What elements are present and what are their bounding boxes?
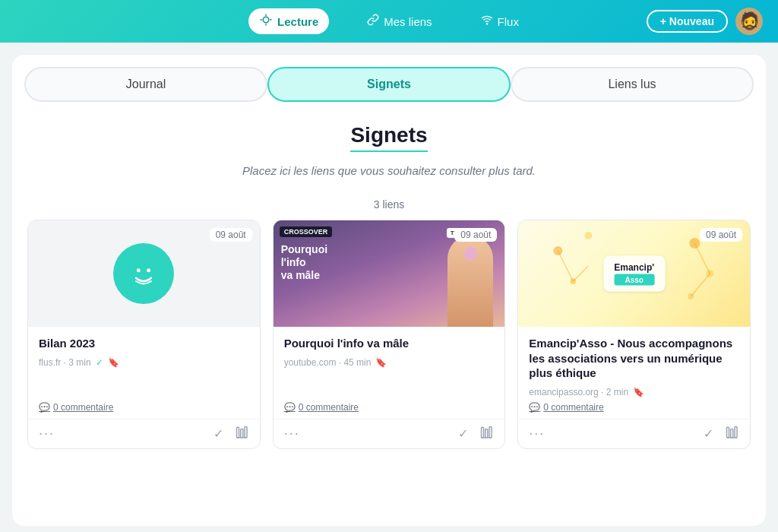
card-2-overlay-text: Pourquoil'infova mâle xyxy=(281,243,327,281)
tabs-row: Journal Signets Liens lus xyxy=(12,55,766,102)
card-3-footer: ··· ✓ xyxy=(518,419,750,448)
svg-point-4 xyxy=(147,268,150,272)
card-bilan-2023: 09 août Bilan 2023 flus.fr · 3 min ✓ 🔖 💬… xyxy=(27,220,261,449)
card-emancip-asso: Emancip' Asso 09 août Emancip'Asso - Nou… xyxy=(517,220,751,449)
card-2-footer-check-icon[interactable]: ✓ xyxy=(458,426,468,441)
tab-journal[interactable]: Journal xyxy=(24,67,267,102)
card-1-bookmark-icon[interactable]: 🔖 xyxy=(108,357,119,368)
nouveau-button[interactable]: + Nouveau xyxy=(647,10,728,33)
svg-point-3 xyxy=(137,268,141,272)
nav-item-lecture-label: Lecture xyxy=(277,15,318,28)
card-2-tag: crossover xyxy=(280,226,333,237)
smiley-logo xyxy=(113,243,174,304)
svg-point-1 xyxy=(486,24,487,24)
nouveau-label: + Nouveau xyxy=(660,15,714,27)
svg-point-2 xyxy=(125,255,162,292)
nav-item-flux-label: Flux xyxy=(498,15,519,28)
card-1-meta: flus.fr · 3 min ✓ 🔖 xyxy=(39,357,249,368)
cards-grid: 09 août Bilan 2023 flus.fr · 3 min ✓ 🔖 💬… xyxy=(12,220,766,449)
card-2-meta: youtube.com · 45 min 🔖 xyxy=(284,357,495,368)
card-3-bookmark-icon[interactable]: 🔖 xyxy=(633,387,644,397)
nav-item-flux[interactable]: Flux xyxy=(470,9,530,33)
nav-items-group: Lecture Mes liens Flux xyxy=(248,8,530,34)
nav-item-lecture[interactable]: Lecture xyxy=(248,8,329,34)
comment-bubble-icon-3: 💬 xyxy=(529,402,540,413)
svg-rect-24 xyxy=(731,429,733,437)
card-2-comment[interactable]: 💬 0 commentaire xyxy=(284,402,495,413)
card-2-footer: ··· ✓ xyxy=(274,419,505,448)
card-2-more-options[interactable]: ··· xyxy=(284,426,300,442)
card-1-check-icon[interactable]: ✓ xyxy=(96,357,103,368)
card-3-more-options[interactable]: ··· xyxy=(529,426,545,442)
card-2-date: 09 août xyxy=(454,228,497,242)
svg-line-19 xyxy=(558,251,574,281)
card-1-footer: ··· ✓ xyxy=(28,419,260,448)
card-3-date: 09 août xyxy=(700,228,742,242)
card-1-source: flus.fr · 3 min xyxy=(39,357,91,368)
card-1-footer-actions: ✓ xyxy=(213,426,249,442)
card-1-date: 09 août xyxy=(210,228,252,242)
lecture-icon xyxy=(259,13,273,30)
card-2-source: youtube.com · 45 min xyxy=(284,357,372,368)
svg-rect-7 xyxy=(245,426,247,437)
flux-icon xyxy=(481,14,493,29)
nav-right-section: + Nouveau 🧔 xyxy=(647,8,763,35)
card-1-title[interactable]: Bilan 2023 xyxy=(39,336,249,351)
card-3-footer-actions: ✓ xyxy=(704,426,739,442)
card-1-footer-check-icon[interactable]: ✓ xyxy=(213,426,223,441)
face-detail xyxy=(463,247,477,261)
card-2-footer-shelf-icon[interactable] xyxy=(480,426,494,442)
nav-item-mes-liens-label: Mes liens xyxy=(384,15,432,28)
card-3-meta: emancipasso.org · 2 min 🔖 xyxy=(529,387,739,397)
link-icon xyxy=(367,14,379,29)
card-3-footer-check-icon[interactable]: ✓ xyxy=(704,426,713,441)
nav-item-mes-liens[interactable]: Mes liens xyxy=(356,9,442,33)
card-3-source: emancipasso.org · 2 min xyxy=(529,387,628,397)
svg-line-20 xyxy=(574,266,589,281)
asso-tag: Asso xyxy=(614,274,654,286)
card-3-comment[interactable]: 💬 0 commentaire xyxy=(529,402,739,413)
card-2-body: Pourquoi l'info va mâle youtube.com · 45… xyxy=(274,327,505,419)
svg-rect-9 xyxy=(482,427,484,438)
svg-line-21 xyxy=(695,243,710,274)
svg-rect-5 xyxy=(236,427,239,438)
page-title: Signets xyxy=(350,123,427,152)
card-2-title[interactable]: Pourquoi l'info va mâle xyxy=(284,336,495,351)
svg-rect-11 xyxy=(489,426,492,437)
card-2-bookmark-icon[interactable]: 🔖 xyxy=(375,357,387,368)
card-1-body: Bilan 2023 flus.fr · 3 min ✓ 🔖 💬 0 comme… xyxy=(28,327,260,419)
card-2-face xyxy=(448,236,493,327)
card-1-footer-shelf-icon[interactable] xyxy=(236,426,249,442)
top-navigation: Lecture Mes liens Flux + Nouveau 🧔 xyxy=(0,0,778,43)
svg-point-15 xyxy=(585,232,593,239)
emancip-logo-box: Emancip' Asso xyxy=(603,256,665,292)
card-1-image-area: 09 août xyxy=(28,220,260,327)
card-3-body: Emancip'Asso - Nous accompagnons les ass… xyxy=(518,327,750,419)
card-pourquoi-info: crossover Pourquoil'infova mâle THÈSE 09… xyxy=(273,220,506,449)
emancip-brand: Emancip' xyxy=(614,262,654,273)
links-count: 3 liens xyxy=(12,198,766,211)
svg-rect-6 xyxy=(240,429,242,437)
svg-point-0 xyxy=(263,17,269,23)
comment-bubble-icon: 💬 xyxy=(39,402,50,413)
page-title-section: Signets Placez ici les liens que vous so… xyxy=(12,102,766,185)
card-3-footer-shelf-icon[interactable] xyxy=(726,426,739,442)
svg-rect-25 xyxy=(735,426,737,437)
svg-line-22 xyxy=(691,274,710,296)
comment-bubble-icon-2: 💬 xyxy=(284,402,296,413)
tab-liens-lus[interactable]: Liens lus xyxy=(511,67,754,102)
card-1-comment[interactable]: 💬 0 commentaire xyxy=(39,402,249,413)
card-3-title[interactable]: Emancip'Asso - Nous accompagnons les ass… xyxy=(529,336,739,381)
svg-rect-10 xyxy=(485,429,488,437)
page-subtitle: Placez ici les liens que vous souhaitez … xyxy=(12,164,766,177)
card-2-image-area: crossover Pourquoil'infova mâle THÈSE 09… xyxy=(274,220,505,327)
svg-rect-23 xyxy=(727,427,729,438)
card-2-footer-actions: ✓ xyxy=(458,426,494,442)
card-3-image-area: Emancip' Asso 09 août xyxy=(518,220,750,327)
main-content: Journal Signets Liens lus Signets Placez… xyxy=(12,55,766,526)
avatar[interactable]: 🧔 xyxy=(735,8,763,35)
tab-signets[interactable]: Signets xyxy=(267,67,511,102)
card-1-more-options[interactable]: ··· xyxy=(39,426,55,442)
